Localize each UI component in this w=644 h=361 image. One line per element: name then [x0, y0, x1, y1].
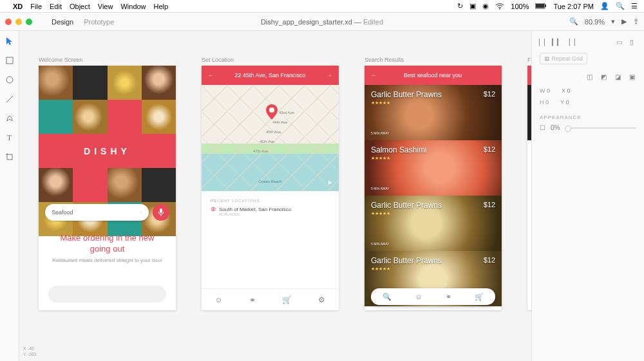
- mic-button[interactable]: [153, 204, 169, 221]
- street-label: 43rd Ave: [279, 111, 294, 115]
- menu-object[interactable]: Object: [70, 3, 90, 10]
- distribute-h-icon[interactable]: ▭: [614, 37, 623, 46]
- cta-placeholder: [48, 286, 166, 302]
- menu-help[interactable]: Help: [154, 3, 169, 10]
- back-arrow-icon[interactable]: ←: [208, 72, 214, 79]
- clock[interactable]: Tue 2:07 PM: [553, 3, 594, 10]
- menu-file[interactable]: File: [30, 3, 42, 10]
- svg-point-5: [6, 77, 13, 83]
- repeat-grid-button[interactable]: ▦ Repeat Grid: [540, 53, 587, 64]
- recent-locations-label: RECENT LOCATIONS: [211, 199, 330, 203]
- opacity-slider[interactable]: [565, 127, 636, 129]
- artboard-label-welcome[interactable]: Welcome Screen: [39, 57, 176, 63]
- nav-people-icon[interactable]: ⚭: [249, 295, 256, 304]
- select-tool[interactable]: [5, 36, 15, 46]
- ellipse-tool[interactable]: [5, 75, 15, 85]
- menu-extras-icon[interactable]: ☰: [631, 2, 638, 10]
- artboard-label-results[interactable]: Search Results: [365, 57, 502, 63]
- back-arrow-icon[interactable]: ←: [371, 72, 377, 79]
- y-field[interactable]: 0: [565, 99, 569, 106]
- nav-search-icon[interactable]: 🔍: [383, 293, 392, 301]
- screen-icon[interactable]: ▣: [469, 2, 476, 10]
- results-bottom-nav: 🔍 ☺ ⚭ 🛒: [371, 288, 495, 305]
- tool-palette: T: [0, 31, 19, 361]
- spotlight-icon[interactable]: 🔍: [616, 2, 625, 10]
- share-icon[interactable]: ⇪: [633, 17, 639, 26]
- bool-union-icon[interactable]: ◫: [585, 72, 594, 81]
- play-icon[interactable]: ▶: [621, 17, 627, 26]
- nav-profile-icon[interactable]: ☺: [215, 295, 223, 304]
- minimize-button[interactable]: [15, 19, 22, 25]
- nav-profile-icon[interactable]: ☺: [415, 293, 422, 301]
- artboard-location[interactable]: ← 22 45th Ave, San Francisco → 43rd Ave …: [202, 66, 339, 310]
- result-title: Garlic Butter Prawns: [371, 256, 495, 265]
- artboard-tool[interactable]: [5, 152, 15, 162]
- eye-icon[interactable]: ◉: [482, 2, 489, 10]
- window-titlebar: Design Prototype Dishy_app_design_starte…: [0, 13, 644, 31]
- address-field[interactable]: 22 45th Ave, San Francisco: [235, 72, 306, 79]
- nav-people-icon[interactable]: ⚭: [446, 293, 451, 301]
- search-input[interactable]: Seafood ›: [45, 204, 149, 221]
- menu-edit[interactable]: Edit: [50, 3, 62, 10]
- artboard-label-filter[interactable]: Filt: [527, 57, 531, 63]
- zoom-level[interactable]: 80.9%: [585, 18, 605, 26]
- align-left-icon[interactable]: ▏▏: [540, 37, 549, 46]
- chevron-right-icon: ›: [140, 209, 142, 216]
- result-card[interactable]: Garlic Butter Prawns $12 ★★★★★ 5 MIN AWA…: [365, 85, 502, 140]
- x-field[interactable]: 0: [567, 88, 571, 94]
- menu-window[interactable]: Window: [120, 3, 146, 10]
- artboard-welcome[interactable]: DISHY Seafood › Make ordering in the new…: [39, 66, 176, 310]
- sync-icon[interactable]: ↻: [457, 2, 463, 10]
- opacity-value[interactable]: 0%: [551, 124, 560, 131]
- forward-arrow-icon[interactable]: →: [327, 72, 332, 79]
- bool-subtract-icon[interactable]: ◩: [599, 72, 608, 81]
- width-field[interactable]: 0: [547, 88, 550, 94]
- battery-icon[interactable]: [535, 3, 547, 9]
- app-name[interactable]: XD: [13, 3, 23, 10]
- recent-location-item[interactable]: ⦿ South of Market, San Francisco: [211, 207, 330, 212]
- nav-cart-icon[interactable]: 🛒: [475, 293, 484, 301]
- tab-prototype[interactable]: Prototype: [84, 18, 114, 26]
- zoom-button[interactable]: [26, 19, 32, 25]
- recent-location-count: 60 PLACES: [219, 212, 330, 216]
- bool-exclude-icon[interactable]: ▣: [627, 72, 636, 81]
- result-price: $12: [484, 90, 495, 98]
- document-title: Dishy_app_design_starter.xd — Edited: [261, 18, 383, 26]
- map-view[interactable]: 43rd Ave 44th Ave 45th Ave 46th Ave 47th…: [202, 85, 339, 191]
- align-center-icon[interactable]: ▎▎: [553, 37, 562, 46]
- menu-view[interactable]: View: [98, 3, 113, 10]
- user-icon[interactable]: 👤: [600, 2, 609, 10]
- artboard-results[interactable]: ← Best seafood near you Garlic Butter Pr…: [365, 66, 502, 310]
- result-card[interactable]: Salmon Sashimi $12 ★★★★★ 5 MIN AWAY: [365, 140, 502, 196]
- design-canvas[interactable]: Welcome Screen DISHY Seafood ›: [19, 31, 531, 361]
- text-tool[interactable]: T: [5, 133, 15, 143]
- wifi-icon[interactable]: [495, 3, 504, 10]
- artboard-filter-partial[interactable]: [527, 66, 531, 310]
- artboard-label-location[interactable]: Set Location: [202, 57, 339, 63]
- line-tool[interactable]: [5, 94, 15, 104]
- search-value: Seafood: [52, 209, 73, 216]
- distribute-v-icon[interactable]: ▯: [627, 37, 636, 46]
- rectangle-tool[interactable]: [5, 55, 15, 66]
- align-right-icon[interactable]: ▕▕: [565, 37, 574, 46]
- nav-cart-icon[interactable]: 🛒: [282, 295, 292, 304]
- opacity-checkbox[interactable]: ☐: [540, 124, 545, 131]
- pen-tool[interactable]: [5, 113, 15, 124]
- search-doc-icon[interactable]: 🔍: [569, 17, 578, 26]
- close-button[interactable]: [5, 19, 12, 25]
- grid-icon: ▦: [544, 55, 550, 62]
- result-price: $12: [484, 256, 495, 264]
- svg-line-6: [6, 96, 13, 102]
- result-card[interactable]: Garlic Butter Prawns $12 ★★★★★ 5 MIN AWA…: [365, 196, 502, 251]
- height-field[interactable]: 0: [545, 99, 549, 106]
- result-title: Garlic Butter Prawns: [371, 90, 495, 99]
- tab-design[interactable]: Design: [52, 18, 73, 26]
- bool-intersect-icon[interactable]: ◪: [613, 72, 622, 81]
- zoom-chevron-icon[interactable]: ▾: [611, 17, 615, 26]
- appearance-label: APPEARANCE: [540, 115, 636, 120]
- nav-settings-icon[interactable]: ⚙: [318, 295, 325, 304]
- svg-point-0: [499, 8, 500, 9]
- navigate-icon[interactable]: ➤: [327, 179, 332, 186]
- svg-rect-4: [6, 57, 13, 64]
- result-title: Salmon Sashimi: [371, 145, 495, 154]
